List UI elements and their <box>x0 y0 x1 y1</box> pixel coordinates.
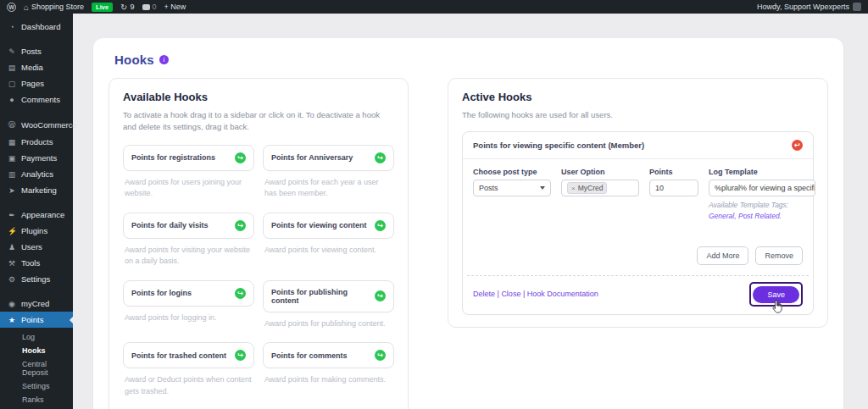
available-hook-card[interactable]: Points for viewing content ↪ <box>263 213 394 239</box>
points-label: Points <box>649 168 698 176</box>
home-icon: ⌂ <box>24 3 29 12</box>
add-more-button[interactable]: Add More <box>697 246 748 265</box>
footer-link[interactable]: Hook Documentation <box>527 290 598 298</box>
chip-remove-icon[interactable]: × <box>571 185 576 192</box>
available-hook-card[interactable]: Points for daily visits ↪ <box>123 213 254 239</box>
sidebar-item-label: Media <box>21 63 43 72</box>
activate-hook-icon[interactable]: ↪ <box>375 290 386 301</box>
submenu-item-label: Log <box>22 333 35 341</box>
log-template-value: %plural% for viewing a specific <box>715 184 815 192</box>
available-hook-card[interactable]: Points for publishing content ↪ <box>263 280 394 312</box>
sidebar-item[interactable]: ✒ Appearance <box>0 207 73 223</box>
sidebar-item-label: Posts <box>21 47 42 56</box>
avatar[interactable] <box>853 3 861 11</box>
live-badge[interactable]: Live <box>92 3 113 12</box>
hook-description: Award points for logging in. <box>123 312 254 324</box>
admin-bar: W ⌂ Shopping Store Live ↻ 9 0 + New Howd… <box>0 0 868 14</box>
hook-title: Points for comments <box>271 351 348 360</box>
post-type-label: Choose post type <box>473 168 551 176</box>
chevron-down-icon <box>540 186 545 190</box>
available-hooks-grid: Points for registrations ↪ Award points … <box>123 145 394 409</box>
sidebar-item-label: Points <box>21 315 43 324</box>
footer-link[interactable]: Delete <box>473 290 495 298</box>
submenu-item[interactable]: Ranks <box>0 393 73 406</box>
sidebar-item-label: Dashboard <box>21 22 60 31</box>
hook-description: Award or Deduct points when content gets… <box>123 374 254 397</box>
log-template-label: Log Template <box>709 168 815 176</box>
sidebar-item[interactable]: ⚙ Settings <box>0 271 73 287</box>
howdy-text[interactable]: Howdy, Support Wpexperts <box>757 3 849 11</box>
site-link[interactable]: ⌂ Shopping Store <box>24 3 84 12</box>
sidebar-item-icon: ♟ <box>8 243 16 251</box>
hook-description: Award points for publishing content. <box>263 318 394 330</box>
active-hooks-description: The following hooks are used for all use… <box>462 109 814 121</box>
sidebar-item[interactable]: ◉ myCred <box>0 296 73 312</box>
sidebar-item[interactable]: ⚡ Plugins <box>0 223 73 239</box>
sidebar-item[interactable]: ★ Points <box>0 312 73 328</box>
hook-cell: Points for Anniversary ↪ Award points fo… <box>263 145 394 200</box>
remove-button[interactable]: Remove <box>755 246 803 265</box>
active-hook-header[interactable]: Points for viewing specific content (Mem… <box>463 132 813 159</box>
user-option-input[interactable]: × MyCred <box>561 180 639 196</box>
site-name: Shopping Store <box>31 3 84 11</box>
hook-title: Points for publishing content <box>271 288 371 305</box>
available-hook-card[interactable]: Points for comments ↪ <box>263 342 394 368</box>
sidebar-item-label: Payments <box>21 153 57 163</box>
sidebar-item[interactable]: ✎ Posts <box>0 43 73 59</box>
log-template-input[interactable]: %plural% for viewing a specific <box>709 180 815 196</box>
activate-hook-icon[interactable]: ↪ <box>235 152 246 163</box>
submenu-item[interactable]: Hooks <box>0 344 73 357</box>
sidebar-item-icon: ✎ <box>8 47 16 56</box>
activate-hook-icon[interactable]: ↪ <box>235 350 246 361</box>
sidebar-item[interactable]: ♟ Users <box>0 239 73 255</box>
hook-title: Points for viewing content <box>271 221 367 229</box>
submenu-item-label: Settings <box>22 382 50 390</box>
deactivate-hook-icon[interactable]: ↩ <box>792 140 803 151</box>
comments-indicator[interactable]: 0 <box>142 3 157 11</box>
activate-hook-icon[interactable]: ↪ <box>375 350 386 361</box>
sidebar-item[interactable]: ➤ Marketing <box>0 182 73 198</box>
sidebar-item[interactable]: Ⓦ WooCommerce <box>0 116 73 134</box>
sidebar-item[interactable]: ◔ Dashboard <box>0 19 73 35</box>
footer-link[interactable]: Close <box>501 290 520 298</box>
submenu-item[interactable]: Log <box>0 330 73 344</box>
footer-link-item: Delete <box>473 290 495 298</box>
available-hook-card[interactable]: Points for logins ↪ <box>123 280 254 307</box>
wordpress-menu[interactable]: W <box>7 3 16 12</box>
row-actions: Add More Remove <box>473 246 803 267</box>
sidebar-item[interactable]: ▦ Products <box>0 134 73 150</box>
hook-cell: Points for comments ↪ Award points for m… <box>263 342 394 397</box>
sidebar-item[interactable]: ▥ Analytics <box>0 166 73 182</box>
new-content-menu[interactable]: + New <box>164 3 186 11</box>
activate-hook-icon[interactable]: ↪ <box>235 288 246 299</box>
admin-sidebar: ◔ Dashboard ✎ Posts ▤ Media ▢ Pages ● Co… <box>0 14 73 409</box>
sidebar-item[interactable]: ● Comments <box>0 91 73 108</box>
sidebar-item[interactable]: ▤ Media <box>0 59 73 75</box>
sidebar-item[interactable]: ⚒ Tools <box>0 255 73 271</box>
available-hook-card[interactable]: Points for registrations ↪ <box>123 145 254 171</box>
updates-count: 9 <box>131 3 135 11</box>
comments-count: 0 <box>153 3 157 11</box>
available-hook-card[interactable]: Points for trashed content ↪ <box>123 342 254 368</box>
activate-hook-icon[interactable]: ↪ <box>235 220 246 231</box>
submenu-item[interactable]: Settings <box>0 379 73 393</box>
sidebar-item-label: Appearance <box>21 210 64 219</box>
activate-hook-icon[interactable]: ↪ <box>375 220 386 231</box>
save-button[interactable]: Save <box>753 286 799 303</box>
template-tags-links[interactable]: General, Post Related. <box>709 212 782 220</box>
log-template-field: Log Template %plural% for viewing a spec… <box>709 168 815 221</box>
activate-hook-icon[interactable]: ↪ <box>375 152 386 163</box>
hook-title: Points for registrations <box>131 153 215 162</box>
submenu-item[interactable]: Central Deposit <box>0 357 73 379</box>
points-input[interactable]: 10 <box>649 180 698 196</box>
sidebar-item-icon: ▥ <box>8 170 16 179</box>
footer-link-item: | Hook Documentation <box>523 290 598 298</box>
sidebar-item[interactable]: ▢ Pages <box>0 75 73 91</box>
info-icon[interactable]: i <box>159 55 169 64</box>
sidebar-item[interactable]: ▣ Payments <box>0 150 73 166</box>
comments-bubble-icon <box>142 4 150 10</box>
updates-indicator[interactable]: ↻ 9 <box>120 3 134 12</box>
hooks-page-panel: Hooks i Available Hooks To activate a ho… <box>93 38 843 409</box>
post-type-select[interactable]: Posts <box>473 180 551 196</box>
available-hook-card[interactable]: Points for Anniversary ↪ <box>263 145 394 171</box>
